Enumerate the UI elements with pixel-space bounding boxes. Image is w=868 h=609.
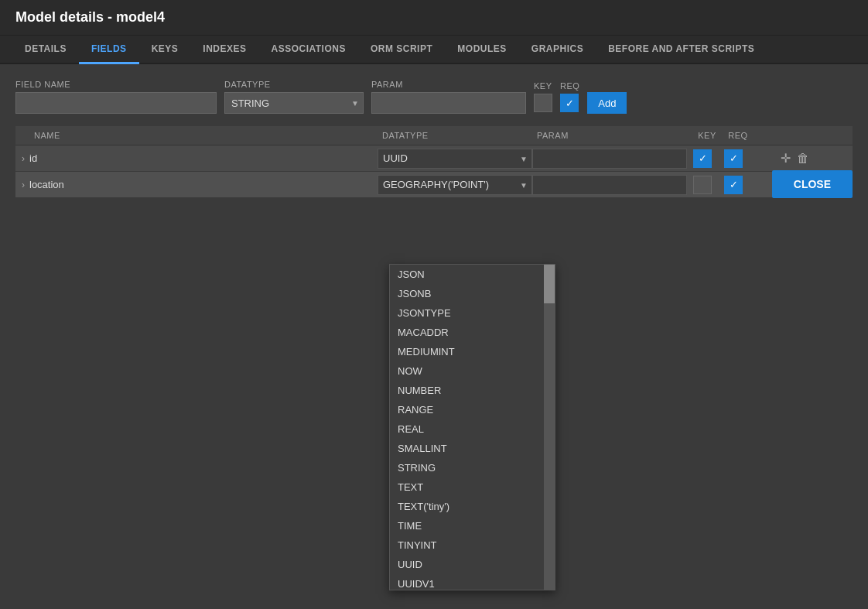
- dropdown-item-real[interactable]: REAL: [390, 419, 555, 439]
- row-datatype-select-location[interactable]: GEOGRAPHY('POINT'): [378, 175, 532, 195]
- row-name-id: id: [29, 152, 378, 164]
- tab-modules[interactable]: MODULES: [445, 36, 519, 64]
- datatype-select[interactable]: STRING: [224, 92, 364, 114]
- param-label: PARAM: [371, 80, 526, 89]
- add-button[interactable]: Add: [587, 92, 627, 114]
- dropdown-item-uuidv1[interactable]: UUIDV1: [390, 574, 555, 590]
- key-checkbox[interactable]: [534, 94, 552, 112]
- param-input[interactable]: [371, 92, 526, 114]
- row-actions-id: ✛ 🗑: [749, 149, 811, 167]
- row-param-input-location[interactable]: [532, 175, 687, 195]
- row-datatype-wrapper-id: UUID ▼: [378, 149, 532, 169]
- row-name-text: id: [29, 152, 37, 164]
- dropdown-item-jsontype[interactable]: JSONTYPE: [390, 303, 555, 323]
- table-row: › id UUID ▼ ✛ 🗑: [15, 145, 853, 172]
- datatype-label: DATATYPE: [224, 80, 364, 89]
- tab-keys[interactable]: KEYS: [139, 36, 191, 64]
- tab-indexes[interactable]: INDEXES: [190, 36, 258, 64]
- add-button-group: Add: [587, 92, 627, 114]
- row-key-id: [687, 149, 718, 168]
- add-row: FIELD NAME DATATYPE STRING ▼ PARAM KEY R…: [15, 80, 853, 114]
- row-key-checkbox-location[interactable]: [693, 176, 712, 194]
- row-param-input-id[interactable]: [532, 149, 687, 169]
- field-name-input[interactable]: [15, 92, 217, 114]
- row-move-icon-id[interactable]: ✛: [779, 149, 792, 167]
- row-param-location: [532, 175, 687, 195]
- row-name-location: location: [29, 179, 378, 190]
- key-group: KEY: [534, 81, 552, 112]
- col-header-name: NAME: [34, 131, 382, 140]
- dropdown-item-now[interactable]: NOW: [390, 361, 555, 381]
- dropdown-item-macaddr[interactable]: MACADDR: [390, 323, 555, 342]
- field-name-group: FIELD NAME: [15, 80, 217, 114]
- dropdown-item-json[interactable]: JSON: [390, 265, 555, 284]
- row-req-id: [718, 149, 749, 168]
- row-delete-icon-id[interactable]: 🗑: [795, 150, 811, 167]
- table-header: NAME DATATYPE PARAM KEY REQ: [15, 126, 853, 145]
- row-req-location: [718, 176, 749, 194]
- tab-bar: DETAILS FIELDS KEYS INDEXES ASSOCIATIONS…: [0, 36, 868, 64]
- dropdown-item-tinyint[interactable]: TINYINT: [390, 535, 555, 555]
- row-key-checkbox-id[interactable]: [693, 149, 712, 168]
- dropdown-item-smallint[interactable]: SMALLINT: [390, 439, 555, 458]
- dropdown-item-jsonb[interactable]: JSONB: [390, 284, 555, 303]
- key-label: KEY: [534, 81, 552, 91]
- datatype-group: DATATYPE STRING ▼: [224, 80, 364, 114]
- tab-graphics[interactable]: GRAPHICS: [519, 36, 596, 64]
- row-req-checkbox-id[interactable]: [724, 149, 743, 168]
- page-title: Model details - model4: [15, 9, 165, 25]
- row-name-text: location: [29, 179, 64, 190]
- table-row: › location GEOGRAPHY('POINT') ▼ ✛ 🗑: [15, 172, 853, 198]
- row-expand-icon[interactable]: ›: [22, 153, 25, 164]
- param-group: PARAM: [371, 80, 526, 114]
- title-bar: Model details - model4: [0, 0, 868, 36]
- req-group: REQ: [560, 81, 579, 112]
- tab-before-after-scripts[interactable]: BEFORE AND AFTER SCRIPTS: [596, 36, 767, 64]
- datatype-dropdown: JSON JSONB JSONTYPE MACADDR MEDIUMINT NO…: [389, 264, 555, 590]
- dropdown-item-text[interactable]: TEXT: [390, 477, 555, 497]
- dropdown-item-range[interactable]: RANGE: [390, 400, 555, 419]
- tab-associations[interactable]: ASSOCIATIONS: [259, 36, 358, 64]
- tab-fields[interactable]: FIELDS: [79, 36, 139, 64]
- tab-details[interactable]: DETAILS: [12, 36, 79, 64]
- tab-orm-script[interactable]: ORM SCRIPT: [358, 36, 445, 64]
- dropdown-item-number[interactable]: NUMBER: [390, 381, 555, 400]
- scrollbar-track: [544, 265, 555, 590]
- close-button[interactable]: CLOSE: [772, 170, 853, 198]
- col-header-param: PARAM: [537, 131, 692, 140]
- row-key-location: [687, 176, 718, 194]
- row-req-checkbox-location[interactable]: [724, 176, 743, 194]
- req-label: REQ: [560, 81, 579, 91]
- col-header-req: REQ: [723, 131, 754, 140]
- row-datatype-wrapper-location: GEOGRAPHY('POINT') ▼: [378, 175, 532, 195]
- dropdown-item-text-tiny[interactable]: TEXT('tiny'): [390, 497, 555, 516]
- scrollbar-thumb[interactable]: [544, 265, 555, 303]
- col-header-datatype: DATATYPE: [382, 131, 537, 140]
- row-param-id: [532, 149, 687, 169]
- dropdown-item-uuid[interactable]: UUID: [390, 555, 555, 574]
- col-header-key: KEY: [692, 131, 723, 140]
- row-datatype-select-id[interactable]: UUID: [378, 149, 532, 169]
- row-expand-icon[interactable]: ›: [22, 180, 25, 190]
- field-name-label: FIELD NAME: [15, 80, 217, 89]
- dropdown-item-mediumint[interactable]: MEDIUMINT: [390, 342, 555, 361]
- datatype-select-wrapper: STRING ▼: [224, 92, 364, 114]
- dropdown-item-string[interactable]: STRING: [390, 458, 555, 477]
- req-checkbox[interactable]: [560, 94, 579, 112]
- main-content: FIELD NAME DATATYPE STRING ▼ PARAM KEY R…: [0, 64, 868, 214]
- dropdown-item-time[interactable]: TIME: [390, 516, 555, 535]
